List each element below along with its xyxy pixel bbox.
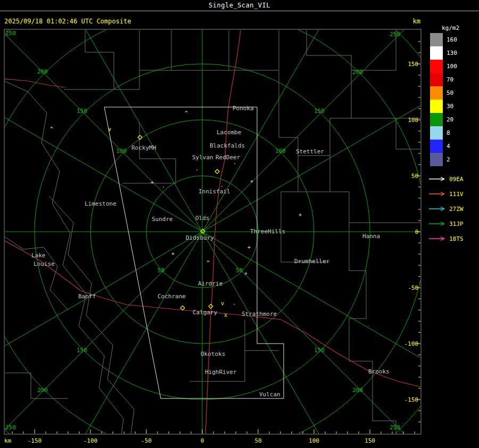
bottom-axis-label: -100 — [84, 437, 98, 444]
azimuth-line — [202, 0, 443, 232]
legend-unit-label: kg/m2 — [442, 25, 479, 31]
right-axis-label: 0 — [415, 229, 418, 235]
site-arrow-icon — [428, 206, 446, 212]
county-boundary — [4, 237, 68, 310]
range-ring-label: 200 — [352, 69, 363, 76]
radar-site-row: 111V — [428, 186, 479, 201]
radar-site-row: 09EA — [428, 172, 479, 186]
city-label: Ponoka — [233, 105, 254, 112]
right-axis-label: 150 — [408, 61, 418, 68]
azimuth-line — [0, 232, 202, 448]
county-boundary — [85, 30, 139, 89]
radar-display[interactable]: 2502001501001001502002505050150200250150… — [0, 0, 479, 448]
county-boundary — [4, 373, 68, 398]
city-label: RockyMH — [131, 144, 156, 151]
site-arrow-icon — [428, 191, 446, 197]
bottom-axis-label: 100 — [309, 437, 319, 444]
city-label: Limestone — [85, 200, 117, 207]
vil-level-swatch — [430, 86, 443, 100]
range-ring-label: 150 — [314, 347, 325, 354]
station-mark: + — [171, 251, 175, 257]
vil-level-value: 4 — [447, 143, 450, 150]
city-label: Stettler — [296, 148, 324, 155]
station-mark: . — [299, 257, 302, 263]
bottom-axis-label: 50 — [254, 437, 261, 444]
vil-level-swatch — [430, 60, 443, 73]
radar-site-glyph: v — [108, 126, 111, 132]
site-id-label: 18TS — [449, 235, 464, 242]
right-axis-label: 50 — [411, 173, 418, 180]
city-label: Cochrane — [158, 293, 186, 300]
vil-level-swatch — [430, 46, 443, 60]
station-mark: . — [233, 300, 236, 306]
vil-level-swatch — [430, 153, 443, 166]
city-label: Didsbury — [186, 234, 214, 241]
city-label: Brooks — [368, 368, 390, 375]
range-ring-label: 50 — [236, 267, 243, 274]
radar-site-glyph: x — [224, 312, 227, 318]
site-id-label: 111V — [449, 191, 464, 198]
city-label: ThreeHills — [250, 228, 285, 235]
city-label: Lake — [31, 252, 46, 259]
vil-level-value: 70 — [447, 76, 453, 83]
city-label: Strathmore — [242, 311, 277, 317]
range-ring-label: 250 — [390, 424, 400, 431]
site-id-label: 31JP — [449, 221, 464, 227]
county-boundary — [351, 70, 420, 118]
radar-site-diamond — [209, 304, 213, 308]
vil-level-row: 8 — [430, 126, 479, 140]
range-ring-label: 100 — [116, 148, 127, 154]
radar-site-row: 27ZW — [428, 201, 479, 216]
vil-level-value: 160 — [447, 36, 457, 43]
vil-level-swatch — [430, 33, 443, 46]
radar-coverage-outline — [257, 344, 284, 398]
vil-level-swatch — [430, 73, 443, 86]
range-ring-label: 250 — [5, 424, 16, 431]
radar-site-diamond — [180, 306, 185, 310]
site-arrow-icon — [428, 235, 446, 242]
station-mark: ^ — [185, 110, 188, 116]
county-boundary — [307, 30, 396, 70]
city-label: Sundre — [152, 216, 173, 223]
city-label: Sylvan — [192, 154, 213, 161]
city-label: Olds — [195, 215, 210, 222]
radar-sites-legend: 09EA111V27ZW31JP18TS — [428, 172, 479, 246]
azimuth-line — [32, 232, 202, 448]
vil-level-swatch — [430, 126, 443, 140]
range-ring-label: 150 — [77, 108, 87, 115]
right-axis-label: 100 — [408, 117, 418, 124]
vil-level-value: 2 — [447, 156, 450, 163]
station-mark: * — [250, 180, 253, 185]
vil-level-value: 130 — [447, 50, 457, 56]
city-label: Hanna — [362, 233, 380, 240]
vil-level-row: 70 — [430, 73, 479, 86]
station-mark: ^ — [207, 260, 210, 266]
county-boundary — [330, 192, 420, 223]
bottom-axis-unit: km — [4, 437, 12, 444]
vil-level-row: 30 — [430, 100, 479, 113]
vil-level-row: 130 — [430, 46, 479, 60]
city-label: Banff — [78, 293, 96, 300]
site-arrow-icon — [428, 176, 446, 182]
vil-level-value: 8 — [447, 129, 450, 136]
site-arrow-icon — [428, 221, 446, 227]
range-ring-label: 150 — [314, 108, 325, 115]
city-label: Vulcan — [259, 391, 280, 398]
city-label: RedDeer — [216, 154, 241, 161]
azimuth-line — [202, 232, 373, 448]
radar-site-row: 31JP — [428, 216, 479, 231]
azimuth-line — [0, 0, 202, 232]
station-mark: . — [195, 166, 199, 172]
range-ring-label: 200 — [352, 387, 363, 394]
station-mark: + — [151, 180, 154, 185]
right-axis-label: -150 — [404, 396, 419, 403]
range-ring — [0, 0, 479, 448]
vil-level-value: 50 — [447, 89, 453, 96]
vil-level-row: 50 — [430, 86, 479, 100]
range-ring-label: 200 — [37, 387, 48, 394]
range-ring-label: 200 — [37, 68, 48, 75]
county-boundary — [4, 81, 123, 434]
radar-site-row: 18TS — [428, 231, 479, 246]
radar-site-diamond — [215, 169, 219, 174]
vil-level-row: 160 — [430, 33, 479, 46]
